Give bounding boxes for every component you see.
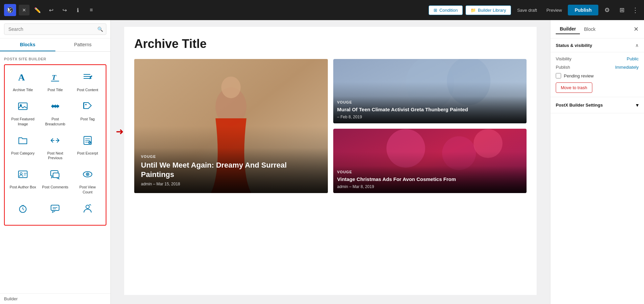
svg-rect-35 <box>51 205 59 210</box>
pencil-icon: ✏️ <box>34 7 41 13</box>
post-large-category: VOUGE <box>141 155 321 159</box>
section-label: POSTX SITE BUILDER <box>4 54 106 64</box>
block-label-post-next-previous: Post Next Previous <box>42 151 68 161</box>
pencil-button[interactable]: ✏️ <box>32 5 43 15</box>
status-chevron-icon: ∧ <box>635 43 639 48</box>
svg-line-39 <box>89 204 90 205</box>
post-small-2-category: VOUGE <box>337 170 523 174</box>
move-to-trash-button[interactable]: Move to trash <box>556 82 592 93</box>
post-view-count-icon <box>82 169 93 182</box>
postx-settings-row[interactable]: PostX Builder Settings ▾ <box>550 97 644 113</box>
status-visibility-content: Visibility Public Publish Immediately Pe… <box>550 52 644 97</box>
right-panel-close-button[interactable]: ✕ <box>634 25 639 33</box>
post-category-icon <box>17 135 28 148</box>
block-item-post-next-previous[interactable]: Post Next Previous <box>40 131 70 164</box>
post-excerpt-icon: + <box>82 135 93 148</box>
block-item-post-comments[interactable]: Post Comments <box>40 165 70 198</box>
post-card-large[interactable]: VOUGE Until We Meet Again: Dreamy And Su… <box>134 59 328 193</box>
library-icon: 📁 <box>470 8 476 13</box>
search-input[interactable] <box>4 23 106 35</box>
postx-settings-label: PostX Builder Settings <box>556 103 603 108</box>
post-small-1-meta: – Feb 8, 2019 <box>337 115 523 119</box>
more-options-button[interactable]: ⋮ <box>631 6 640 14</box>
block-label-post-featured-image: Post Featured Image <box>9 117 36 126</box>
block-item-post-author-box[interactable]: Post Author Box <box>7 165 38 198</box>
canvas-arrow: ➜ <box>116 126 123 137</box>
preview-button[interactable]: Preview <box>543 6 565 15</box>
list-icon: ≡ <box>90 7 93 13</box>
block-item-post-view-count[interactable]: Post View Count <box>72 165 103 198</box>
block-item-post-tag[interactable]: Post Tag <box>72 97 103 130</box>
sidebar-tabs: Blocks Patterns <box>0 39 110 52</box>
toolbar: ✕ ✏️ ↩ ↪ ℹ ≡ ⊞ Condition 📁 Builder Libra… <box>0 0 644 20</box>
block-label-post-content: Post Content <box>77 87 98 92</box>
svg-point-38 <box>86 205 89 208</box>
redo-button[interactable]: ↪ <box>59 5 70 15</box>
svg-point-22 <box>20 173 22 175</box>
save-draft-button[interactable]: Save draft <box>514 6 540 15</box>
block-item-post-category[interactable]: Post Category <box>7 131 38 164</box>
chat-icon <box>50 203 60 216</box>
gear-icon: ⚙ <box>604 6 610 14</box>
settings-button[interactable]: ⚙ <box>601 4 613 16</box>
dots-icon: ⋮ <box>632 6 639 14</box>
grid-button[interactable]: ⊞ <box>616 4 628 16</box>
block-item-archive-title[interactable]: A Archive Title <box>7 68 38 96</box>
block-label-post-breadcrumb: Post Breadcrumb <box>42 117 68 126</box>
block-item-post-title[interactable]: T Post Title <box>40 68 70 96</box>
block-item-post-content[interactable]: Post Content <box>72 68 103 96</box>
timer-icon <box>17 203 28 216</box>
blocks-area: POSTX SITE BUILDER A Archive Title T <box>0 52 110 293</box>
search-icon[interactable]: 🔍 <box>97 26 103 32</box>
block-label-post-title: Post Title <box>48 87 63 92</box>
pending-review-row: Pending review <box>556 73 639 78</box>
status-visibility-title: Status & visibility <box>556 43 635 48</box>
post-breadcrumb-icon <box>50 101 60 114</box>
grid-icon: ⊞ <box>620 6 625 14</box>
block-item-post-excerpt[interactable]: + Post Excerpt <box>72 131 103 164</box>
block-item-post-breadcrumb[interactable]: Post Breadcrumb <box>40 97 70 130</box>
visibility-value[interactable]: Public <box>627 56 639 61</box>
tab-builder[interactable]: Builder <box>556 24 580 34</box>
post-small-1-category: VOUGE <box>337 100 523 104</box>
user-icon <box>82 203 93 216</box>
status-visibility-header[interactable]: Status & visibility ∧ <box>550 39 644 52</box>
svg-point-11 <box>85 104 87 105</box>
post-author-box-icon <box>17 169 28 182</box>
block-item-post-featured-image[interactable]: Post Featured Image <box>7 97 38 130</box>
condition-button[interactable]: ⊞ Condition <box>429 5 463 15</box>
tab-block[interactable]: Block <box>580 24 599 34</box>
right-posts-column: VOUGE Mural Of Teen Climate Activist Gre… <box>333 59 527 193</box>
publish-value[interactable]: Immediately <box>615 65 639 70</box>
postx-settings-chevron: ▾ <box>636 102 639 108</box>
publish-button[interactable]: Publish <box>568 5 598 15</box>
post-featured-image-icon <box>17 101 28 114</box>
post-card-small-2[interactable]: VOUGE Vintage Christmas Ads For Avon Cos… <box>333 129 527 193</box>
post-large-title: Until We Meet Again: Dreamy And Surreal … <box>141 161 321 180</box>
block-label-archive-title: Archive Title <box>13 87 33 92</box>
publish-label: Publish <box>556 65 570 70</box>
search-box: 🔍 <box>0 20 110 39</box>
right-panel: Builder Block ✕ Status & visibility ∧ Vi… <box>550 20 644 304</box>
post-content-icon <box>82 72 93 85</box>
undo-button[interactable]: ↩ <box>46 5 56 15</box>
info-button[interactable]: ℹ <box>72 5 83 15</box>
canvas-area: Archive Title ➜ <box>111 20 550 304</box>
tab-blocks[interactable]: Blocks <box>0 39 55 51</box>
pending-review-checkbox[interactable] <box>556 73 561 78</box>
block-item-user[interactable] <box>72 199 103 222</box>
post-card-small-1[interactable]: VOUGE Mural Of Teen Climate Activist Gre… <box>333 59 527 123</box>
builder-library-button[interactable]: 📁 Builder Library <box>465 5 511 15</box>
posts-grid: VOUGE Until We Meet Again: Dreamy And Su… <box>134 59 527 193</box>
tab-patterns[interactable]: Patterns <box>55 39 111 51</box>
archive-title: Archive Title <box>134 37 527 51</box>
block-label-post-view-count: Post View Count <box>74 185 101 194</box>
list-view-button[interactable]: ≡ <box>86 5 97 15</box>
left-sidebar: 🔍 Blocks Patterns POSTX SITE BUILDER A A… <box>0 20 111 304</box>
close-editor-button[interactable]: ✕ <box>19 5 30 15</box>
block-item-timer[interactable] <box>7 199 38 222</box>
svg-line-40 <box>90 204 91 205</box>
block-label-post-excerpt: Post Excerpt <box>77 151 98 156</box>
block-item-chat[interactable] <box>40 199 70 222</box>
svg-point-29 <box>87 174 88 175</box>
